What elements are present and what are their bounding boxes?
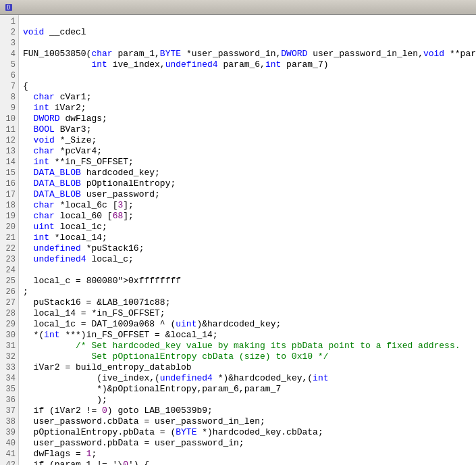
line-number: 41 [3,449,16,460]
line-number: 7 [3,81,16,92]
line-number: 35 [3,384,16,395]
code-line [23,38,472,49]
code-line: char *local_6c [3]; [23,200,472,211]
code-line: char local_60 [68]; [23,211,472,222]
line-number: 10 [3,114,16,124]
line-number: 34 [3,373,16,384]
code-line [23,265,472,276]
code-line: *)&pOptionalEntropy,param_6,param_7 [23,384,472,395]
code-line: /* Set hardcoded_key value by making its… [23,341,472,351]
line-number: 11 [3,124,16,135]
line-number: 39 [3,427,16,438]
line-number: 9 [3,103,16,114]
line-number: 5 [3,59,16,70]
line-number: 38 [3,416,16,427]
code-line: Set pOptionalEntropy cbData (size) to 0x… [23,351,472,362]
line-number: 8 [3,92,16,103]
line-number: 33 [3,362,16,373]
line-number: 32 [3,351,16,362]
line-number: 6 [3,70,16,81]
code-line: iVar2 = build_entropy_datablob [23,362,472,373]
code-line: FUN_10053850(char param_1,BYTE *user_pas… [23,49,472,59]
line-number: 1 [3,16,16,27]
line-number: 42 [3,460,16,465]
line-number: 19 [3,211,16,222]
code-line: undefined *puStack16; [23,243,472,254]
code-line: char cVar1; [23,92,472,103]
line-number: 4 [3,49,16,59]
code-line: user_password.pbData = user_password_in; [23,438,472,449]
code-line [23,70,472,81]
code-line: undefined4 local_c; [23,254,472,265]
code-line: BOOL BVar3; [23,124,472,135]
line-numbers: 1234567891011121314151617181920212223242… [0,15,19,465]
code-line [23,16,472,27]
line-number: 40 [3,438,16,449]
code-line: DATA_BLOB user_password; [23,189,472,200]
code-line: user_password.cbData = user_password_in_… [23,416,472,427]
line-number: 2 [3,27,16,38]
line-number: 31 [3,341,16,351]
line-number: 16 [3,178,16,189]
code-line: DATA_BLOB pOptionalEntropy; [23,178,472,189]
line-number: 22 [3,243,16,254]
line-number: 13 [3,146,16,157]
code-line: void __cdecl [23,27,472,38]
code-line: int *local_14; [23,232,472,243]
code-line: { [23,81,472,92]
code-line: local_14 = *in_FS_OFFSET; [23,308,472,319]
code-line: int ive_index,undefined4 param_6,int par… [23,59,472,70]
title-bar: D [0,0,476,15]
code-line: *(int ***)in_FS_OFFSET = &local_14; [23,330,472,341]
line-number: 25 [3,276,16,287]
line-number: 29 [3,319,16,330]
line-number: 28 [3,308,16,319]
line-number: 12 [3,135,16,146]
code-line: int **in_FS_OFFSET; [23,157,472,168]
line-number: 3 [3,38,16,49]
code-line: uint local_1c; [23,222,472,232]
line-number: 17 [3,189,16,200]
line-number: 15 [3,168,16,178]
line-number: 23 [3,254,16,265]
code-line: dwFlags = 1; [23,449,472,460]
code-line: local_c = 800080">0xffffffff [23,276,472,287]
code-content[interactable]: void __cdecl FUN_10053850(char param_1,B… [19,15,476,465]
title-bar-icon: D [4,3,14,12]
code-line: char *pcVar4; [23,146,472,157]
line-number: 30 [3,330,16,341]
line-number: 37 [3,406,16,416]
code-line: pOptionalEntropy.pbData = (BYTE *)hardco… [23,427,472,438]
svg-text:D: D [7,5,11,11]
code-line: ); [23,395,472,406]
code-line: local_1c = DAT_1009a068 ^ (uint)&hardcod… [23,319,472,330]
code-line: puStack16 = &LAB_10071c88; [23,297,472,308]
line-number: 18 [3,200,16,211]
line-number: 27 [3,297,16,308]
line-number: 26 [3,287,16,297]
line-number: 21 [3,232,16,243]
code-line: (ive_index,(undefined4 *)&hardcoded_key,… [23,373,472,384]
line-number: 36 [3,395,16,406]
line-number: 14 [3,157,16,168]
code-line: int iVar2; [23,103,472,114]
code-line: DWORD dwFlags; [23,114,472,124]
line-number: 24 [3,265,16,276]
code-area: 1234567891011121314151617181920212223242… [0,15,476,465]
code-line: void *_Size; [23,135,472,146]
code-line: if (iVar2 != 0) goto LAB_100539b9; [23,406,472,416]
code-line: if (param_1 != '\0') { [23,460,472,465]
code-line: DATA_BLOB hardcoded_key; [23,168,472,178]
line-number: 20 [3,222,16,232]
